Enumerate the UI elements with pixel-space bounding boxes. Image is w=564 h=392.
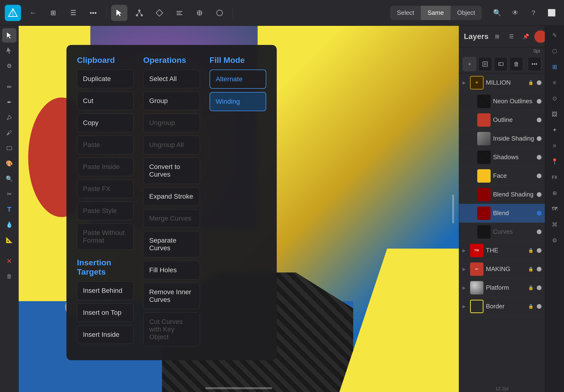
symbols-icon[interactable]: ⊕ (548, 186, 562, 200)
more-layer-options[interactable]: ••• (528, 57, 541, 71)
transform-icon[interactable]: ⊙ (548, 91, 562, 106)
chevron-the[interactable]: ▶ (462, 248, 468, 253)
text-tool[interactable]: T (2, 202, 16, 217)
fill-tool[interactable]: 🎨 (2, 156, 16, 171)
brush-tool[interactable]: ✏ (2, 80, 16, 94)
node-tool-button[interactable] (131, 5, 148, 21)
group-button[interactable]: Group (143, 92, 200, 110)
group-layer-button[interactable] (494, 57, 507, 71)
horizontal-scrollbar[interactable] (205, 387, 272, 389)
layer-item-curves[interactable]: Curves (459, 223, 545, 241)
select-all-button[interactable]: Select All (143, 70, 200, 88)
chevron-million[interactable]: ▶ (462, 80, 468, 85)
layer-item-neon[interactable]: Neon Outlines (459, 92, 545, 111)
node-tool[interactable] (2, 43, 16, 58)
paste-fx-button[interactable]: Paste FX (77, 180, 134, 198)
layer-item-border[interactable]: ▶ Border 🔒 (459, 297, 545, 316)
align-button[interactable] (171, 5, 188, 21)
layer-item-blend-shading[interactable]: Blend Shading (459, 185, 545, 204)
pencil-tool[interactable]: ✒ (2, 95, 16, 110)
pen-tool[interactable] (2, 111, 16, 125)
object-select-button[interactable]: Object (451, 6, 482, 20)
insert-button[interactable] (192, 5, 208, 21)
layers-icon[interactable]: ⊞ (548, 60, 562, 74)
view-icon[interactable]: 👁 (508, 5, 523, 21)
vis-the[interactable] (537, 248, 542, 253)
fx-icon[interactable]: FX (548, 170, 562, 184)
swatches-icon[interactable]: 🗺 (548, 202, 562, 216)
vis-shadows[interactable] (537, 155, 542, 160)
layer-item-shadows[interactable]: Shadows (459, 148, 545, 167)
canvas-area[interactable]: Clipboard Duplicate Cut Copy Paste Paste… (19, 26, 459, 392)
panel-expand-icon[interactable]: ⊞ (491, 30, 503, 43)
prefs-icon[interactable]: ⚙ (548, 233, 562, 248)
paste-style-button[interactable]: Paste Style (77, 201, 134, 220)
layer-item-face[interactable]: Face (459, 167, 545, 185)
fill-holes-button[interactable]: Fill Holes (143, 261, 200, 280)
search-icon[interactable]: 🔍 (489, 5, 505, 21)
separate-curves-button[interactable]: Separate Curves (143, 231, 200, 257)
add-layer-button[interactable]: + (463, 57, 476, 71)
insert-behind-button[interactable]: Insert Behind (77, 281, 134, 300)
vertical-scrollbar[interactable] (452, 195, 454, 223)
paste-without-format-button[interactable]: Paste Without Format (77, 224, 134, 250)
vis-making[interactable] (537, 267, 542, 272)
insert-inside-button[interactable]: Insert Inside (77, 325, 134, 344)
merge-curves-button[interactable]: Merge Curves (143, 209, 200, 228)
ungroup-all-button[interactable]: Ungroup All (143, 136, 200, 154)
navigator-icon[interactable]: 📍 (548, 154, 562, 169)
chevron-making[interactable]: ▶ (462, 266, 468, 272)
winding-button[interactable]: Winding (210, 92, 266, 111)
alternate-button[interactable]: Alternate (210, 70, 266, 89)
cut-button[interactable]: Cut (77, 92, 134, 110)
remove-inner-curves-button[interactable]: Remove Inner Curves (143, 283, 200, 309)
convert-to-curves-button[interactable]: Convert to Curves (143, 157, 200, 184)
layer-item-platform[interactable]: ▶ Platform 🔒 (459, 279, 545, 297)
eyedropper-tool[interactable]: 💧 (2, 218, 16, 232)
measure-tool[interactable]: 📐 (2, 233, 16, 247)
grid-icon[interactable]: ⌘ (548, 218, 562, 232)
more-button[interactable]: ••• (85, 5, 101, 21)
same-select-button[interactable]: Same (421, 6, 451, 20)
app-grid-button[interactable]: ⊞ (45, 5, 61, 21)
vis-border[interactable] (537, 304, 542, 309)
vis-blend[interactable] (537, 211, 542, 216)
trash-button[interactable]: 🗑 (2, 269, 16, 283)
effects-icon[interactable]: ✦ (548, 123, 562, 137)
arrow-tool[interactable] (2, 28, 16, 42)
layer-item-inside-shading[interactable]: Inside Shading (459, 129, 545, 148)
paste-inside-button[interactable]: Paste Inside (77, 157, 134, 176)
vis-million[interactable] (537, 80, 542, 85)
image-icon[interactable]: 🖼 (548, 107, 562, 121)
layer-item-the[interactable]: ▶ THE THE 🔒 (459, 241, 545, 260)
insert-on-top-button[interactable]: Insert on Top (77, 303, 134, 322)
panel-pin-icon[interactable]: 📌 (520, 30, 532, 43)
delete-layer-button[interactable]: 🗑 (510, 57, 523, 71)
duplicate-button[interactable]: Duplicate (77, 70, 134, 88)
arrange-icon[interactable]: ≡ (548, 76, 562, 90)
chevron-border[interactable]: ▶ (462, 304, 468, 309)
close-button[interactable]: ✕ (2, 254, 16, 268)
expand-stroke-button[interactable]: Expand Stroke (143, 187, 200, 206)
layer-item-blend[interactable]: BL Blend (459, 204, 545, 223)
layer-item-outline[interactable]: Outline (459, 111, 545, 129)
vis-blend-shading[interactable] (537, 192, 542, 197)
back-button[interactable]: ← (25, 5, 41, 21)
layer-item-million[interactable]: ▶ M MILLION 🔒 (459, 73, 545, 92)
chevron-platform[interactable]: ▶ (462, 285, 468, 290)
stroke-icon[interactable]: ✎ (548, 28, 562, 42)
fill-icon[interactable]: ⬡ (548, 44, 562, 58)
app-logo[interactable] (5, 5, 21, 21)
pen-tool-button[interactable] (151, 5, 167, 21)
cut-curves-button[interactable]: Cut Curves with Key Object (143, 312, 200, 346)
vis-face[interactable] (537, 174, 542, 178)
vis-outline[interactable] (537, 118, 542, 122)
scissors-tool[interactable]: ✂ (2, 187, 16, 201)
layer-item-making[interactable]: ▶ MK MAKING 🔒 (459, 260, 545, 279)
export-icon[interactable]: ⬜ (544, 5, 559, 21)
character-icon[interactable]: ≡ (548, 139, 562, 153)
select-tool-button[interactable] (111, 5, 127, 21)
vis-curves[interactable] (537, 229, 542, 234)
calligraphy-tool[interactable]: 🖋 (2, 126, 16, 140)
rectangle-tool[interactable] (2, 141, 16, 155)
